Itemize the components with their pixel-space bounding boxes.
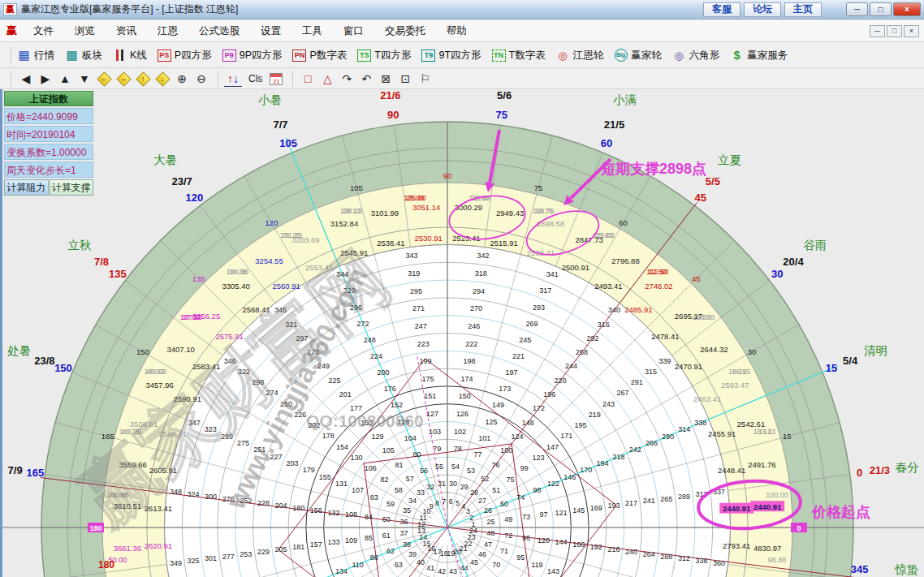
svg-text:194: 194 bbox=[596, 459, 608, 467]
rotate-ccw-icon[interactable]: ↶ bbox=[357, 71, 375, 87]
svg-text:349: 349 bbox=[170, 559, 182, 567]
draw-square-icon[interactable]: □ bbox=[299, 71, 317, 87]
draw-toolbar: ◀ ▶ ▲ ▼ ← → ↑ ↓ ⊕ ⊖ ↑↓ Cls 21 □ △ ↷ ↶ ⊠ … bbox=[0, 69, 924, 89]
kline-icon bbox=[113, 49, 127, 62]
svg-text:81: 81 bbox=[395, 461, 403, 469]
menu-logo-icon: 赢 bbox=[6, 24, 17, 38]
svg-text:99: 99 bbox=[520, 464, 529, 472]
svg-text:155: 155 bbox=[319, 473, 331, 481]
menu-file[interactable]: 文件 bbox=[25, 22, 62, 41]
svg-text:清明: 清明 bbox=[864, 344, 887, 357]
menu-tools[interactable]: 工具 bbox=[294, 22, 330, 41]
mdi-restore-icon[interactable]: □ bbox=[887, 25, 902, 37]
svg-text:50: 50 bbox=[500, 500, 508, 508]
customer-service-button[interactable]: 客服 bbox=[703, 2, 740, 17]
calc-resistance-button[interactable]: 计算阻力 bbox=[4, 179, 49, 196]
svg-text:135: 135 bbox=[192, 274, 205, 283]
svg-text:45: 45 bbox=[694, 192, 706, 204]
diamond-down-icon[interactable]: ↓ bbox=[153, 71, 171, 87]
svg-text:168: 168 bbox=[572, 540, 585, 549]
t-square-button[interactable]: TST四方形 bbox=[357, 49, 411, 62]
kline-button[interactable]: K线 bbox=[113, 49, 147, 62]
svg-text:21/5: 21/5 bbox=[604, 118, 624, 131]
svg-text:立秋: 立秋 bbox=[68, 239, 92, 252]
menu-browse[interactable]: 浏览 bbox=[67, 22, 103, 41]
svg-text:84: 84 bbox=[365, 513, 373, 521]
svg-text:4830.97: 4830.97 bbox=[753, 544, 781, 553]
cls-button[interactable]: Cls bbox=[248, 73, 262, 84]
svg-text:47: 47 bbox=[484, 540, 492, 549]
forum-button[interactable]: 论坛 bbox=[744, 2, 781, 17]
mdi-minimize-icon[interactable]: ─ bbox=[870, 25, 885, 37]
diamond-left-icon[interactable]: ← bbox=[95, 71, 113, 87]
svg-text:36: 36 bbox=[399, 518, 408, 526]
delete-box-icon[interactable]: ⊠ bbox=[377, 71, 395, 87]
svg-text:129: 129 bbox=[371, 433, 383, 441]
menu-window[interactable]: 窗口 bbox=[335, 22, 372, 41]
p-square-button[interactable]: PSP四方形 bbox=[158, 49, 212, 62]
rotate-cw-icon[interactable]: ↷ bbox=[338, 71, 356, 87]
svg-text:41: 41 bbox=[426, 564, 434, 572]
maximize-icon[interactable]: □ bbox=[870, 2, 892, 16]
draw-triangle-icon[interactable]: △ bbox=[318, 71, 336, 87]
t-number-table-button[interactable]: TNT数字表 bbox=[492, 49, 546, 62]
hexagon-button[interactable]: ◎六角形 bbox=[672, 49, 720, 62]
zoom-out-icon[interactable]: ⊖ bbox=[192, 71, 210, 87]
svg-text:106.25: 106.25 bbox=[728, 368, 751, 376]
svg-text:124: 124 bbox=[511, 433, 523, 441]
calendar-icon[interactable]: 21 bbox=[267, 71, 285, 87]
svg-text:288: 288 bbox=[660, 553, 672, 561]
center-icon[interactable]: ⊡ bbox=[396, 71, 414, 87]
svg-text:35: 35 bbox=[403, 506, 411, 515]
p-number-table-button[interactable]: PNP数字表 bbox=[292, 49, 347, 62]
svg-text:312: 312 bbox=[678, 554, 690, 562]
svg-text:2793.41: 2793.41 bbox=[723, 541, 750, 550]
close-icon[interactable]: × bbox=[893, 2, 921, 16]
svg-text:2593.47: 2593.47 bbox=[721, 381, 749, 390]
gann-wheel-button[interactable]: ◎江恩轮 bbox=[556, 49, 604, 62]
arrow-left-icon[interactable]: ◀ bbox=[17, 71, 35, 87]
mdi-close-icon[interactable]: × bbox=[904, 25, 919, 37]
menu-help[interactable]: 帮助 bbox=[438, 22, 475, 41]
svg-text:253: 253 bbox=[240, 550, 252, 558]
zoom-in-icon[interactable]: ⊕ bbox=[173, 71, 191, 87]
updown-scale-icon[interactable]: ↑↓ bbox=[224, 71, 242, 87]
t9-square-button[interactable]: T99T四方形 bbox=[421, 49, 481, 62]
winner-service-button[interactable]: $赢家服务 bbox=[730, 49, 788, 62]
calc-support-button[interactable]: 计算支撑 bbox=[50, 179, 94, 196]
gann-wheel-chart[interactable]: 1234567891011121314151617181920212223242… bbox=[2, 89, 924, 577]
triangle-up-icon[interactable]: ▲ bbox=[56, 71, 74, 87]
homepage-button[interactable]: 主页 bbox=[784, 2, 822, 17]
p9-square-button[interactable]: P99P四方形 bbox=[222, 49, 283, 62]
menu-news[interactable]: 资讯 bbox=[108, 22, 145, 41]
flag-icon[interactable]: ⚐ bbox=[416, 71, 434, 87]
svg-text:27: 27 bbox=[478, 497, 486, 505]
chart-client-area: 1234567891011121314151617181920212223242… bbox=[0, 89, 924, 577]
menu-settings[interactable]: 设置 bbox=[253, 22, 289, 41]
sector-button[interactable]: ▩板块 bbox=[65, 49, 102, 62]
svg-text:131.25: 131.25 bbox=[280, 231, 303, 239]
svg-text:43: 43 bbox=[449, 567, 457, 575]
svg-text:134.38: 134.38 bbox=[226, 268, 248, 276]
svg-text:192: 192 bbox=[590, 543, 602, 551]
cycle-step-field: 周天变化步长=1 bbox=[4, 161, 93, 178]
winner-wheel-button[interactable]: Big赢家轮 bbox=[614, 49, 662, 62]
svg-text:0: 0 bbox=[797, 524, 801, 532]
menu-formula-stock-pick[interactable]: 公式选股 bbox=[191, 22, 248, 41]
svg-text:QQ:100800860: QQ:100800860 bbox=[306, 411, 424, 430]
svg-text:33: 33 bbox=[417, 489, 425, 497]
svg-text:246: 246 bbox=[468, 322, 480, 330]
svg-text:86: 86 bbox=[370, 553, 378, 562]
arrow-right-icon[interactable]: ▶ bbox=[37, 71, 54, 87]
minimize-icon[interactable]: ─ bbox=[846, 2, 868, 16]
svg-text:57: 57 bbox=[406, 475, 414, 483]
menu-gann[interactable]: 江恩 bbox=[149, 22, 186, 41]
triangle-down-icon[interactable]: ▼ bbox=[76, 71, 93, 87]
diamond-up-icon[interactable]: ↑ bbox=[134, 71, 152, 87]
svg-text:2530.91: 2530.91 bbox=[415, 234, 443, 243]
diamond-right-icon[interactable]: → bbox=[114, 71, 132, 87]
menu-trade-entrust[interactable]: 交易委托 bbox=[377, 22, 434, 41]
svg-text:277: 277 bbox=[222, 553, 235, 561]
svg-text:2470.91: 2470.91 bbox=[675, 362, 702, 371]
quote-button[interactable]: ▦行情 bbox=[17, 49, 54, 62]
